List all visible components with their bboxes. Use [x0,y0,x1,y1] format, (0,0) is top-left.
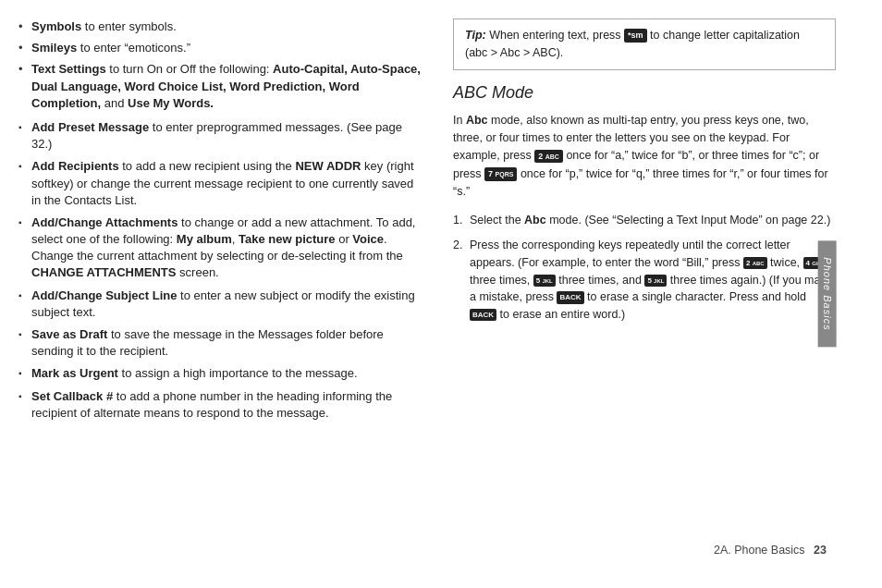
square-bullet-list: Add Preset Message to enter preprogramme… [18,119,425,422]
list-item: Add Preset Message to enter preprogramme… [18,119,425,153]
bold-label: Text Settings [31,62,106,76]
key-5jkl-sm2: 5 JKL [644,275,667,287]
bold-text: Voice [352,232,384,246]
bold-label: Mark as Urgent [31,366,118,380]
bold-text: NEW ADDR [295,159,361,173]
bold-text: Use My Words. [128,96,214,110]
bold-label: Add/Change Subject Line [31,288,177,302]
footer-section: 2A. Phone Basics [714,544,805,557]
key-5jkl-sm: 5 JKL [533,275,556,287]
step-number: 2. [453,237,462,254]
key-7pqrs-badge: 7 PQRS [484,167,517,181]
bold-text: CHANGE ATTACHMENTS [31,265,176,279]
page-container: Symbols to enter symbols. Smileys to ent… [0,0,882,588]
list-item: Symbols to enter symbols. [18,18,425,35]
list-item: Mark as Urgent to assign a high importan… [18,365,425,382]
bold-label: Set Callback # [31,389,113,403]
bold-label: Save as Draft [31,327,107,341]
section-intro: In Abc mode, also known as multi-tap ent… [453,112,836,202]
bold-label: Add Recipients [31,159,119,173]
step-1: 1. Select the Abc mode. (See “Selecting … [453,212,836,229]
bold-abc: Abc [466,114,488,127]
bold-abc: Abc [524,214,546,227]
page-footer: 2A. Phone Basics 23 [714,544,827,557]
sidebar-tab: Phone Basics [817,240,836,347]
list-item: Smileys to enter “emoticons.” [18,40,425,56]
list-item: Add/Change Attachments to change or add … [18,214,425,282]
bold-text: My album [177,232,232,246]
list-item: Save as Draft to save the message in the… [18,326,425,360]
key-2abc-sm: 2 ABC [743,257,767,269]
key-sm-badge: *sm [624,29,647,43]
bold-label: Add/Change Attachments [31,215,178,229]
bold-label: Symbols [31,19,81,33]
list-item: Set Callback # to add a phone number in … [18,388,425,422]
list-item: Text Settings to turn On or Off the foll… [18,61,425,112]
right-column: Tip: When entering text, press *sm to ch… [444,18,873,570]
key-back-sm2: BACK [470,309,496,321]
step-2: 2. Press the corresponding keys repeated… [453,237,836,324]
key-2abc-badge: 2 ABC [534,150,563,164]
bold-label: Add Preset Message [31,120,149,134]
tip-text: When entering text, press [489,29,624,42]
bold-label: Smileys [31,41,77,55]
left-column: Symbols to enter symbols. Smileys to ent… [18,18,444,570]
tip-box: Tip: When entering text, press *sm to ch… [453,18,836,70]
page-number: 23 [814,544,827,557]
bold-text: Take new picture [239,232,336,246]
step-number: 1. [453,212,462,229]
numbered-steps: 1. Select the Abc mode. (See “Selecting … [453,212,836,324]
list-item: Add/Change Subject Line to enter a new s… [18,288,425,321]
bullet-list: Symbols to enter symbols. Smileys to ent… [18,18,425,112]
tip-label: Tip: [465,29,486,42]
key-back-sm: BACK [557,291,583,303]
list-item: Add Recipients to add a new recipient us… [18,158,425,209]
section-title: ABC Mode [453,83,836,103]
